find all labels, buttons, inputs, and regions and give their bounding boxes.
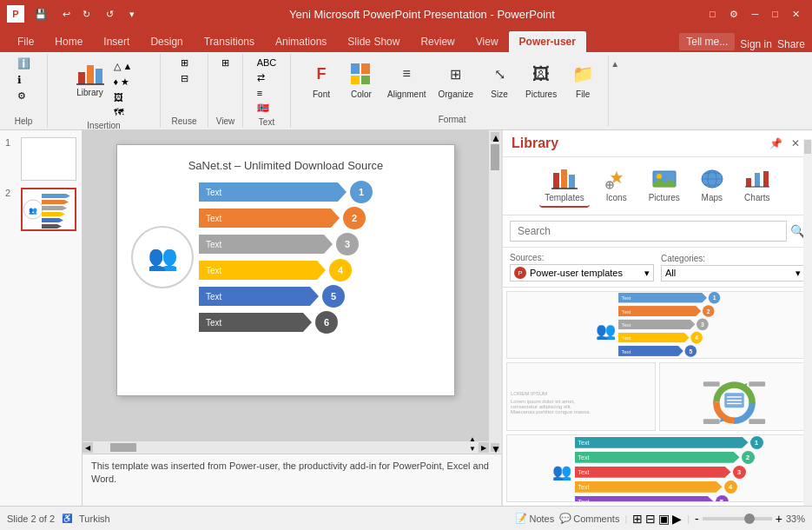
tab-animations[interactable]: Animations: [265, 31, 337, 52]
settings-button[interactable]: ⚙: [724, 7, 743, 22]
ribbon-collapse[interactable]: ▲: [609, 56, 621, 126]
help-info-button[interactable]: ℹ️: [14, 56, 34, 71]
template-item-arrow-stripes[interactable]: 👥 Text 1 Text 2 Text: [506, 291, 809, 359]
zoom-slider[interactable]: [703, 517, 772, 520]
lib-scrollbar-v[interactable]: [803, 139, 812, 506]
slide-2-thumb[interactable]: 2 👥: [5, 188, 76, 231]
alignment-label: Alignment: [387, 89, 426, 99]
text-3-button[interactable]: ≡: [254, 86, 281, 100]
scroll-down-btn[interactable]: ▼: [491, 443, 499, 452]
maps-button[interactable]: 🗺: [110, 105, 136, 119]
zoom-out-button[interactable]: -: [695, 512, 699, 526]
scroll-up-btn[interactable]: ▲: [491, 132, 499, 141]
text-4-button[interactable]: 🇳🇴: [254, 101, 281, 116]
comments-button[interactable]: 💬 Comments: [559, 513, 619, 524]
scroll-thumb-v[interactable]: [491, 144, 499, 170]
notes-button[interactable]: 📝 Notes: [515, 513, 554, 524]
help-gear-button[interactable]: ⚙: [14, 89, 34, 103]
scroll-thumb-h[interactable]: [110, 443, 136, 452]
search-input[interactable]: [510, 221, 787, 242]
tab-slide-show[interactable]: Slide Show: [337, 31, 410, 52]
tab-view[interactable]: View: [465, 31, 509, 52]
categories-text: All: [665, 268, 676, 278]
sign-in-button[interactable]: Sign in: [740, 38, 772, 50]
lib-icon-icons[interactable]: Icons: [598, 164, 635, 208]
share-button[interactable]: Share: [777, 38, 805, 50]
slide-canvas[interactable]: SaNet.st – Unlimited Download Source 👥 T…: [116, 144, 455, 396]
comments-label: Comments: [573, 513, 619, 524]
minimize-button[interactable]: ─: [747, 7, 764, 21]
status-bar: Slide 2 of 2 ♿ Turkish 📝 Notes 💬 Comment…: [0, 506, 812, 530]
slide-2-preview[interactable]: 👥: [21, 188, 76, 231]
window-icon-button[interactable]: □: [704, 7, 721, 21]
library-button[interactable]: Library: [72, 56, 109, 100]
pictures-button[interactable]: 🖼 Pictures: [521, 57, 561, 102]
tab-design[interactable]: Design: [140, 31, 193, 52]
tab-insert[interactable]: Insert: [93, 31, 140, 52]
lib-scroll-thumb[interactable]: [804, 140, 811, 154]
tab-home[interactable]: Home: [44, 31, 93, 52]
help-info2-button[interactable]: ℹ: [14, 72, 34, 88]
save-button[interactable]: 💾: [30, 7, 52, 22]
tab-transitions[interactable]: Transitions: [194, 31, 265, 52]
tell-me-button[interactable]: Tell me...: [679, 33, 735, 50]
tab-power-user[interactable]: Power-user: [509, 31, 586, 52]
tab-review[interactable]: Review: [410, 31, 465, 52]
lib-icon-templates[interactable]: Templates: [539, 164, 590, 208]
reading-view-button[interactable]: ▣: [658, 512, 670, 526]
svg-rect-6: [351, 76, 360, 84]
template-item-3[interactable]: [659, 362, 809, 430]
zoom-slider-thumb[interactable]: [744, 513, 755, 524]
undo-button[interactable]: ↩: [57, 7, 76, 22]
svg-rect-7: [361, 76, 370, 84]
text-2-button[interactable]: ⇄: [254, 70, 281, 85]
main-content: 1 2 👥: [0, 130, 812, 506]
restore-button[interactable]: □: [767, 7, 783, 21]
categories-select[interactable]: All ▾: [661, 265, 805, 282]
slide-sorter-button[interactable]: ⊟: [645, 512, 656, 526]
status-left: Slide 2 of 2 ♿ Turkish: [7, 513, 110, 524]
scroll-right-btn[interactable]: ▶: [479, 442, 489, 453]
photo-button[interactable]: 🖼: [110, 90, 136, 104]
template-item-2[interactable]: LOREM IPSUM Lorem ipsum dolor sit amet,c…: [506, 362, 656, 430]
redo-button[interactable]: ↻: [77, 7, 96, 22]
shapes-button[interactable]: △ ▲: [110, 59, 136, 74]
library-close-button[interactable]: ✕: [788, 136, 803, 151]
sources-select[interactable]: P Power-user templates ▾: [510, 264, 654, 282]
normal-view-button[interactable]: ⊞: [632, 512, 643, 526]
slideshow-button[interactable]: ▶: [672, 512, 682, 526]
color-button[interactable]: Color: [343, 57, 380, 102]
arrow-num-2: 2: [343, 207, 366, 229]
text-1-button[interactable]: ABC: [254, 56, 281, 70]
alignment-button[interactable]: ≡ Alignment: [383, 57, 430, 102]
canvas-scrollbar-h[interactable]: ◀ ▶ ▲ ▼: [83, 441, 489, 454]
reuse-2-button[interactable]: ⊟: [177, 71, 192, 86]
reuse-1-button[interactable]: ⊞: [177, 56, 192, 70]
organize-button[interactable]: ⊞ Organize: [433, 57, 478, 102]
lib-icon-charts[interactable]: Charts: [739, 164, 776, 208]
slide-1-thumb[interactable]: 1: [5, 137, 76, 181]
refresh-button[interactable]: ↺: [101, 7, 119, 22]
library-pin-button[interactable]: 📌: [766, 136, 786, 151]
zoom-down-btn[interactable]: ▼: [469, 445, 476, 453]
size-button[interactable]: ⤡ Size: [481, 57, 518, 102]
canvas-scrollbar-v[interactable]: ▲ ▼: [489, 130, 501, 454]
zoom-in-button[interactable]: +: [776, 512, 782, 526]
zoom-up-btn[interactable]: ▲: [469, 435, 476, 443]
file-button[interactable]: 📁 File: [564, 57, 601, 102]
template-item-arrow-stripes-2[interactable]: 👥 Text 1 Text 2 Text: [506, 434, 809, 502]
more-button[interactable]: ▾: [124, 7, 140, 22]
view-button[interactable]: ⊞: [218, 56, 233, 70]
svg-marker-15: [63, 206, 67, 210]
tab-file[interactable]: File: [7, 31, 44, 52]
lib-icon-pictures[interactable]: Pictures: [644, 164, 685, 208]
help-content: ℹ️ ℹ ⚙: [14, 56, 34, 115]
lib-icon-maps[interactable]: Maps: [694, 164, 730, 208]
ribbon-group-format: F Font Color: [291, 54, 626, 128]
library-icons-row: Templates Icons Pictures: [503, 157, 812, 215]
font-button[interactable]: F Font: [303, 57, 340, 102]
close-button[interactable]: ✕: [787, 7, 805, 22]
slide-1-preview[interactable]: [21, 137, 76, 181]
icons-button[interactable]: ♦ ★: [110, 75, 136, 89]
scroll-left-btn[interactable]: ◀: [83, 442, 93, 453]
